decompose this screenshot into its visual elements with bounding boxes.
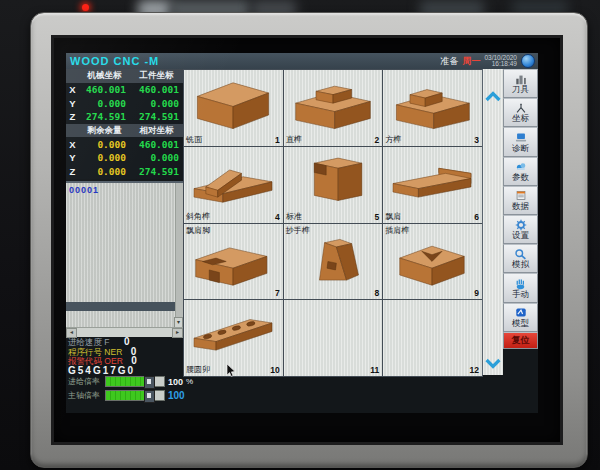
status-panel: 进给速度 F 0 程序行号 NER 0 报警代码 OER 0 G54G17G0 …: [66, 336, 183, 413]
sidebar-item-settings[interactable]: 设置: [503, 215, 538, 244]
relative-z: 274.591: [130, 166, 183, 177]
page-up-icon[interactable]: [485, 89, 501, 103]
sidebar-item-diagnosis[interactable]: 诊断: [503, 127, 538, 156]
joint-number: 10: [270, 365, 279, 375]
cnc-ui: WOOD CNC -M 准备 周一 03/10/2020 16:18:49 机械…: [66, 53, 538, 413]
joint-number: 12: [470, 365, 479, 375]
remain-y: 0.000: [79, 152, 130, 163]
wood-joint-image: [188, 76, 278, 132]
reset-button-label: 复位: [512, 336, 530, 345]
machine-y: 0.000: [79, 98, 130, 109]
spindle-override-slider[interactable]: [105, 390, 165, 401]
joint-number: 9: [474, 288, 479, 298]
joint-cell-crossed-hand-tenon[interactable]: 抄手榫 8: [284, 224, 383, 300]
sidebar-item-manual[interactable]: 手动: [503, 273, 538, 302]
sidebar-item-label: 参数: [512, 173, 529, 182]
wood-joint-image: [288, 153, 378, 209]
joint-number: 1: [275, 135, 280, 145]
joint-label: 腰圆卯: [186, 364, 210, 375]
work-coord-header: 工件坐标: [130, 69, 183, 83]
program-highlight-row: [66, 302, 176, 311]
joint-label: 抄手榫: [286, 225, 310, 236]
machine-x: 460.001: [79, 84, 130, 95]
wood-joint-image: [387, 76, 477, 132]
sidebar-item-data[interactable]: 数据: [503, 186, 538, 215]
joint-cell-floating-shoulder-foot[interactable]: 飘肩脚 7: [184, 224, 283, 300]
page-down-icon[interactable]: [485, 357, 501, 371]
titlebar-status-cluster: 准备 周一 03/10/2020 16:18:49: [440, 54, 538, 68]
monitor-bezel: WOOD CNC -M 准备 周一 03/10/2020 16:18:49 机械…: [30, 12, 588, 468]
joint-cell-empty[interactable]: 11: [284, 300, 383, 376]
joint-label: 飘肩: [385, 211, 401, 222]
joint-cell-face-mill[interactable]: 铣面 1: [184, 70, 283, 146]
remain-header: 剩余余量: [79, 124, 130, 138]
joint-cell-floating-shoulder[interactable]: 飘肩 6: [383, 147, 482, 223]
spacer: [66, 124, 79, 138]
sidebar-item-label: 手动: [512, 290, 529, 299]
joint-cell-miter-tenon[interactable]: 斜角榫 4: [184, 147, 283, 223]
sidebar-item-label: 诊断: [512, 144, 529, 153]
joint-cell-square-tenon[interactable]: 方榫 3: [383, 70, 482, 146]
coordinate-panel: 机械坐标 工件坐标 X 460.001 460.001 Y 0.000 0.00…: [66, 69, 183, 179]
slider-handle[interactable]: [144, 390, 155, 403]
axis-label: Y: [66, 152, 79, 163]
sidebar-item-model[interactable]: 模型: [503, 303, 538, 332]
sidebar-item-label: 模拟: [512, 260, 529, 269]
sidebar-item-parameters[interactable]: 参数: [503, 157, 538, 186]
joint-cell-straight-tenon[interactable]: 直榫 2: [284, 70, 383, 146]
joint-label: 插肩榫: [385, 225, 409, 236]
axis-label: Z: [66, 166, 79, 177]
feed-override-row: 进给倍率 100 %: [68, 376, 193, 387]
axis-label: X: [66, 84, 79, 95]
sidebar-item-tool[interactable]: 刀具: [503, 69, 538, 98]
wood-joint-image: [188, 236, 278, 292]
joint-number: 2: [375, 135, 380, 145]
title-bar: WOOD CNC -M 准备 周一 03/10/2020 16:18:49: [66, 53, 538, 69]
wood-joint-image: [288, 236, 378, 292]
joint-number: 7: [275, 288, 280, 298]
sidebar-menu: 刀具 坐标 诊断: [503, 69, 538, 349]
joint-label: 标准: [286, 211, 302, 222]
app-title: WOOD CNC -M: [66, 55, 159, 67]
joint-number: 5: [375, 212, 380, 222]
sidebar-item-label: 数据: [512, 202, 529, 211]
joint-cell-inserted-shoulder-tenon[interactable]: 插肩榫 9: [383, 224, 482, 300]
program-vertical-scrollbar[interactable]: [175, 183, 183, 328]
machine-status: 准备: [440, 55, 458, 68]
spindle-override-row: 主轴倍率 100: [68, 390, 185, 401]
joint-label: 斜角榫: [186, 211, 210, 222]
remain-x: 0.000: [79, 139, 130, 150]
feed-override-label: 进给倍率: [68, 376, 102, 387]
axis-label: X: [66, 139, 79, 150]
reset-button[interactable]: 复位: [503, 332, 538, 349]
datetime: 03/10/2020 16:18:49: [484, 55, 517, 67]
slider-handle[interactable]: [144, 376, 155, 389]
joint-grid: 铣面 1 直榫 2: [183, 69, 483, 377]
feed-override-slider[interactable]: [105, 376, 165, 387]
joint-cell-standard[interactable]: 标准 5: [284, 147, 383, 223]
program-listing[interactable]: 00001 ▾ ◂ ▸: [66, 181, 183, 337]
mouse-cursor: [227, 364, 236, 377]
page-scroll-strip: [482, 69, 503, 375]
wood-joint-image: [188, 306, 278, 362]
axis-label: Z: [66, 111, 79, 122]
model-icon: [514, 307, 528, 319]
work-y: 0.000: [130, 98, 183, 109]
feed-override-value: 100: [168, 377, 183, 387]
modal-gcode: G54G17G0: [68, 365, 135, 376]
network-globe-icon[interactable]: [521, 54, 535, 68]
parameters-icon: [514, 161, 528, 173]
sidebar-item-coordinates[interactable]: 坐标: [503, 98, 538, 127]
manual-hand-icon: [514, 278, 527, 290]
spacer: [66, 69, 79, 83]
slider-fill: [106, 391, 144, 400]
wood-joint-image: [188, 153, 278, 209]
gcode-row: G54G17G0: [68, 365, 135, 376]
sidebar-item-simulate[interactable]: 模拟: [503, 244, 538, 273]
relative-coord-header: 相对坐标: [130, 124, 183, 138]
joint-cell-empty[interactable]: 12: [383, 300, 482, 376]
slider-fill: [106, 377, 144, 386]
wood-joint-image: [288, 76, 378, 132]
relative-x: 460.001: [130, 139, 183, 150]
joint-label: 飘肩脚: [186, 225, 210, 236]
